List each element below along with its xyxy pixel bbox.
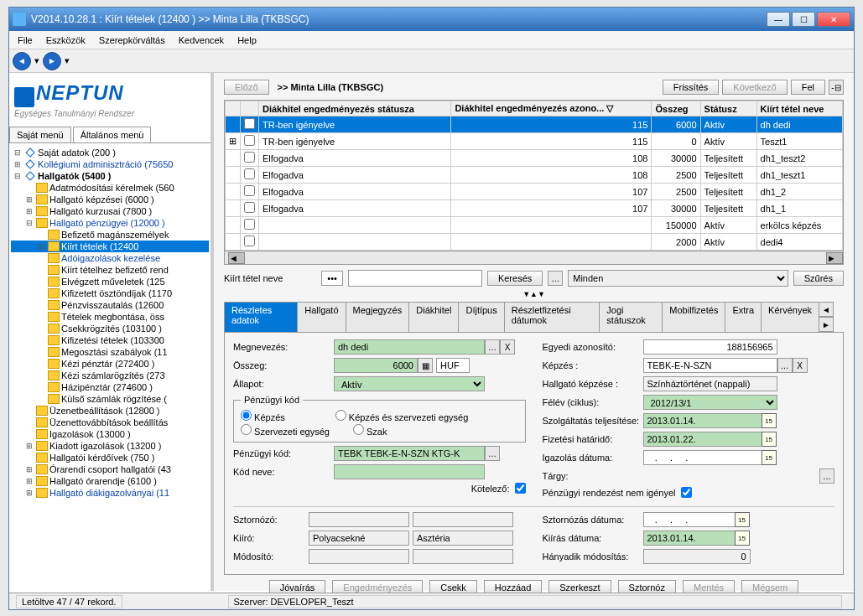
prev-button[interactable]: Előző [224, 80, 269, 95]
tree-item[interactable]: ⊟Saját adatok (200 ) [11, 147, 209, 158]
input-pkod[interactable] [334, 446, 485, 461]
tree-item[interactable]: ⊟Hallgatók (5400 ) [11, 170, 209, 182]
tree-item[interactable]: ⊞Hallgató diákigazolványai (11 [11, 487, 209, 499]
tree-item[interactable]: Tételek megbontása, öss [11, 311, 209, 323]
tree-item[interactable]: Kézi pénztár (272400 ) [11, 358, 209, 370]
tab-7[interactable]: Mobilfizetés [662, 302, 725, 332]
tree-item[interactable]: Igazolások (13000 ) [11, 428, 209, 440]
tree-item[interactable]: ⊞Kiírt tételek (12400 [11, 241, 209, 252]
tab-6[interactable]: Jogi státuszok [599, 302, 663, 332]
nav-back-drop[interactable]: ▾ [33, 55, 41, 66]
cal-hatarido-icon[interactable]: 15 [762, 432, 777, 447]
table-row[interactable]: TR-ben igényelve1156000Aktívdh dedi [226, 116, 843, 133]
maximize-button[interactable]: ☐ [792, 12, 815, 27]
search-button[interactable]: Keresés [487, 271, 543, 286]
table-row[interactable]: Elfogadva10830000Teljesítettdh1_teszt2 [226, 150, 843, 167]
input-igazolas[interactable] [643, 450, 762, 465]
tree-item[interactable]: Külső számlák rögzítése ( [11, 393, 209, 405]
input-osszeg[interactable] [334, 358, 418, 373]
close-button[interactable]: ✕ [817, 12, 850, 27]
input-hatarido[interactable] [643, 432, 762, 447]
tree-item[interactable]: ⊞Hallgató órarendje (6100 ) [11, 475, 209, 487]
input-szolg[interactable] [643, 413, 762, 428]
cal-szolg-icon[interactable]: 15 [762, 413, 777, 428]
tab-general-menu[interactable]: Általános menü [73, 127, 152, 142]
tab-0[interactable]: Részletes adatok [224, 302, 298, 332]
tab-own-menu[interactable]: Saját menü [9, 127, 71, 142]
menu-tools[interactable]: Eszközök [41, 34, 91, 47]
nav-tree[interactable]: ⊟Saját adatok (200 )⊞Kollégiumi adminisz… [9, 143, 211, 591]
tree-item[interactable]: Üzenetbeállítások (12800 ) [11, 405, 209, 417]
input-megnevezes[interactable] [334, 339, 485, 355]
data-grid[interactable]: Diákhitel engedményezés státuszaDiákhite… [224, 100, 844, 265]
refresh-button[interactable]: Frissítés [663, 80, 720, 95]
tab-3[interactable]: Diákhitel [408, 302, 459, 332]
radio-kepzes-szerv[interactable]: Képzés és szervezeti egység [335, 410, 469, 422]
input-kepzes[interactable] [643, 358, 777, 373]
tree-item[interactable]: Házipénztár (274600 ) [11, 381, 209, 393]
tab-1[interactable]: Hallgató [297, 302, 346, 332]
tree-item[interactable]: ⊞Hallgató kurzusai (7800 ) [11, 205, 209, 217]
btn-pkod-more[interactable]: … [485, 446, 500, 461]
tree-item[interactable]: Megosztási szabályok (11 [11, 346, 209, 358]
splitter-handle[interactable]: ▼▲▼ [217, 290, 850, 298]
menu-file[interactable]: File [13, 34, 38, 47]
tree-item[interactable]: Elvégzett műveletek (125 [11, 276, 209, 287]
tree-item[interactable]: Üzenettovábbítások beállítás [11, 417, 209, 428]
pin-icon[interactable]: -⊟ [829, 80, 844, 95]
select-allapot[interactable]: Aktív [334, 376, 485, 391]
up-button[interactable]: Fel [791, 80, 825, 95]
tree-item[interactable]: Pénzvisszautalás (12600 [11, 299, 209, 311]
input-kodneve[interactable] [334, 464, 485, 479]
tree-item[interactable]: Kézi számlarögzítés (273 [11, 370, 209, 381]
table-row[interactable]: ⊞TR-ben igényelve1150AktívTeszt1 [226, 133, 843, 150]
calc-icon[interactable]: ▦ [418, 358, 433, 373]
scroll-right[interactable]: ► [826, 252, 843, 264]
tree-item[interactable]: ⊞Kiadott igazolások (13200 ) [11, 440, 209, 452]
select-felev[interactable]: 2012/13/1 [643, 395, 777, 410]
filter-button[interactable]: Szűrés [793, 271, 844, 286]
input-kiirasdat[interactable] [643, 531, 736, 546]
tree-item[interactable]: Hallgatói kérdőívek (750 ) [11, 452, 209, 463]
menu-help[interactable]: Help [232, 34, 262, 47]
tree-item[interactable]: Befizető magánszemélyek [11, 229, 209, 241]
tree-item[interactable]: Kiírt tételhez befizető rend [11, 264, 209, 276]
tab-2[interactable]: Megjegyzés [346, 302, 410, 332]
tree-item[interactable]: Kifizetési tételek (103300 [11, 334, 209, 346]
input-egyedi[interactable] [643, 339, 777, 355]
tab-4[interactable]: Díjtípus [458, 302, 504, 332]
nav-fwd-drop[interactable]: ▾ [63, 55, 71, 66]
tab-8[interactable]: Extra [725, 302, 762, 332]
btn-megnevezes-x[interactable]: X [500, 339, 515, 355]
minimize-button[interactable]: — [767, 12, 790, 27]
table-row[interactable]: Elfogadva10730000Teljesítettdh1_1 [226, 200, 843, 217]
table-row[interactable]: Elfogadva1072500Teljesítettdh1_2 [226, 184, 843, 200]
cal-igazolas-icon[interactable]: 15 [762, 450, 777, 465]
btn-kepzes-x[interactable]: X [793, 358, 808, 373]
tab-9[interactable]: Kérvények [761, 302, 819, 332]
tree-item[interactable]: ⊞Hallgató képzései (6000 ) [11, 194, 209, 205]
tree-item[interactable]: ⊟Hallgató pénzügyei (12000 ) [11, 217, 209, 229]
radio-szerv[interactable]: Szervezeti egység [241, 424, 330, 437]
input-sztorndat[interactable] [643, 512, 736, 527]
cal-sztorn-icon[interactable]: 15 [735, 512, 750, 527]
nav-back-button[interactable]: ◄ [13, 52, 31, 70]
table-row[interactable]: Elfogadva1082500Teljesítettdh1_teszt1 [226, 167, 843, 184]
radio-kepzes[interactable]: Képzés [241, 410, 285, 422]
radio-szak[interactable]: Szak [353, 424, 387, 437]
tree-item[interactable]: ⊞Órarendi csoport hallgatói (43 [11, 463, 209, 475]
menu-fav[interactable]: Kedvencek [174, 34, 229, 47]
btn-megnevezes-more[interactable]: … [485, 339, 500, 355]
scroll-left[interactable]: ◄ [228, 252, 245, 264]
btn-targy-more[interactable]: … [819, 468, 834, 484]
btn-kepzes-more[interactable]: … [777, 358, 793, 373]
tree-item[interactable]: Adóigazolások kezelése [11, 252, 209, 264]
tree-item[interactable]: Kifizetett ösztöndíjak (1170 [11, 287, 209, 299]
tree-item[interactable]: Csekkrögzítés (103100 ) [11, 323, 209, 334]
tree-item[interactable]: Adatmódosítási kérelmek (560 [11, 182, 209, 194]
check-penzrend[interactable] [681, 487, 692, 498]
filter-select[interactable]: Minden [568, 270, 788, 287]
tab-5[interactable]: Részletfizetési dátumok [504, 302, 600, 332]
search-options-button[interactable]: … [548, 271, 563, 286]
check-kotelezo[interactable] [515, 483, 526, 494]
